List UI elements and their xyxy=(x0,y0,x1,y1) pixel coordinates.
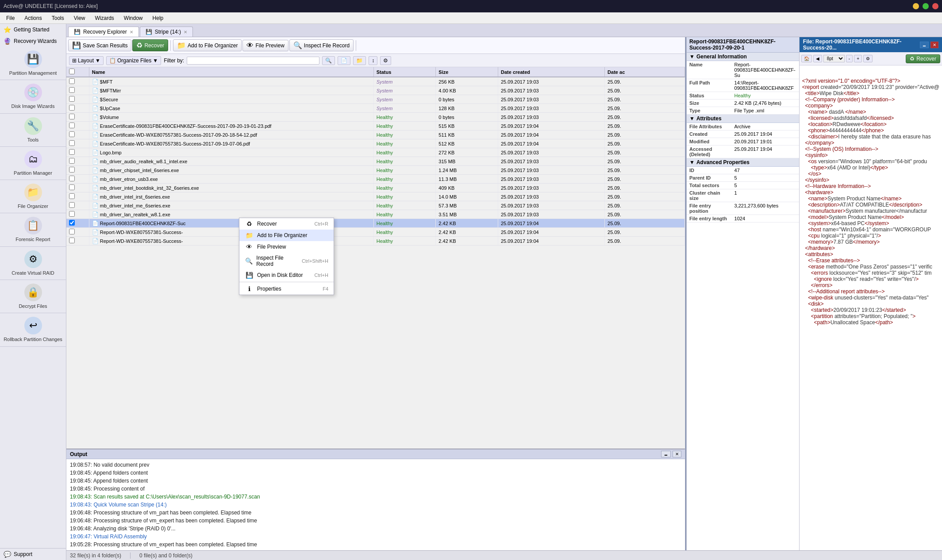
col-size-header[interactable]: Size xyxy=(436,67,498,77)
table-row[interactable]: 📄 $MFTMirr System 4.00 KB 25.09.2017 19:… xyxy=(66,86,685,95)
context-menu-add-organizer[interactable]: 📁 Add to File Organizer xyxy=(239,230,334,241)
menu-wizards[interactable]: Wizards xyxy=(91,14,119,22)
col-name-header[interactable]: Name xyxy=(89,67,373,77)
row-checkbox[interactable] xyxy=(69,193,75,199)
layout-button[interactable]: ⊞ Layout ▼ xyxy=(69,56,104,65)
filter-action-3[interactable]: ↕ xyxy=(369,56,377,65)
sidebar-item-rollback-partition[interactable]: ↩ Rollback Partition Changes xyxy=(0,313,66,346)
sidebar-item-create-virtual-raid[interactable]: ⚙ Create Virtual RAID xyxy=(0,247,66,280)
table-row[interactable]: 📄 mb_driver_etron_usb3.exe Healthy 11.3 … xyxy=(66,175,685,184)
row-checkbox[interactable] xyxy=(69,202,75,208)
sidebar-item-decrypt-files[interactable]: 🔒 Decrypt Files xyxy=(0,280,66,313)
xml-zoom-in-button[interactable]: + xyxy=(854,55,862,62)
row-checkbox[interactable] xyxy=(69,105,75,111)
table-row[interactable]: 📄 mb_driver_intel_irst_6series.exe Healt… xyxy=(66,192,685,201)
table-row[interactable]: 📄 $MFT System 256 KB 25.09.2017 19:03 25… xyxy=(66,77,685,86)
output-content[interactable]: 19:08:57: No valid document prev 19:08:4… xyxy=(66,459,685,550)
output-minimize-button[interactable]: 🗕 xyxy=(661,451,671,457)
col-status-header[interactable]: Status xyxy=(373,67,436,77)
filter-search-button[interactable]: 🔍 xyxy=(322,56,335,65)
xml-home-button[interactable]: 🏠 xyxy=(801,55,812,62)
table-row[interactable]: 📄 mb_driver_intel_me_6series.exe Healthy… xyxy=(66,201,685,210)
table-row[interactable]: 📄 $UpCase System 128 KB 25.09.2017 19:03… xyxy=(66,104,685,113)
maximize-button[interactable] xyxy=(923,3,929,9)
sidebar-item-partition-management[interactable]: 💾 Partition Management xyxy=(0,47,66,80)
tab-close-recovery-explorer[interactable]: ✕ xyxy=(130,30,133,35)
xml-settings-button[interactable]: ⚙ xyxy=(863,55,873,62)
table-row[interactable]: 📄 $Secure System 0 bytes 25.09.2017 19:0… xyxy=(66,95,685,104)
table-row[interactable]: 📄 Logo.bmp Healthy 272 KB 25.09.2017 19:… xyxy=(66,148,685,157)
xml-zoom-out-button[interactable]: - xyxy=(846,55,853,62)
context-menu-disk-editor[interactable]: 💾 Open in Disk Editor Ctrl+H xyxy=(239,269,334,281)
table-row[interactable]: 📄 Report-090831FBE400CEHNK8ZF-Suc Health… xyxy=(66,219,685,228)
attributes-section[interactable]: ▼ Attributes xyxy=(687,115,799,123)
sidebar-item-getting-started[interactable]: ⭐ Getting Started xyxy=(0,24,66,35)
inspect-file-record-button[interactable]: 🔍 Inspect File Record xyxy=(289,39,354,51)
xml-font-size-select[interactable]: 8pt 10pt 12pt xyxy=(823,55,845,62)
general-info-section[interactable]: ▼ General Information xyxy=(687,53,799,61)
table-row[interactable]: 📄 mb_driver_chipset_intel_6series.exe He… xyxy=(66,166,685,175)
row-checkbox[interactable] xyxy=(69,114,75,119)
recover-button[interactable]: ♻ Recover xyxy=(132,39,168,51)
row-checkbox[interactable] xyxy=(69,158,75,164)
row-checkbox[interactable] xyxy=(69,131,75,137)
table-row[interactable]: 📄 EraseCertificate-090831FBE400CEHNK8ZF-… xyxy=(66,122,685,130)
add-to-file-organizer-button[interactable]: 📁 Add to File Organizer xyxy=(173,39,242,51)
table-row[interactable]: 📄 Report-WD-WXE807557381-Success- Health… xyxy=(66,237,685,245)
advanced-section[interactable]: ▼ Advanced Properties xyxy=(687,158,799,167)
row-checkbox[interactable] xyxy=(69,140,75,146)
menu-tools[interactable]: Tools xyxy=(47,14,69,22)
filter-action-4[interactable]: ⚙ xyxy=(380,56,391,65)
xml-minimize-button[interactable]: 🗕 xyxy=(920,42,929,48)
row-checkbox[interactable] xyxy=(69,238,75,243)
table-row[interactable]: 📄 EraseCertificate-WD-WXE807557381-Succe… xyxy=(66,139,685,148)
menu-file[interactable]: File xyxy=(2,14,19,22)
tab-close-stripe[interactable]: ✕ xyxy=(184,30,187,35)
row-checkbox[interactable] xyxy=(69,123,75,128)
file-preview-button[interactable]: 👁 File Preview xyxy=(242,40,288,51)
table-row[interactable]: 📄 mb_driver_intel_bootdisk_irst_32_6seri… xyxy=(66,184,685,192)
table-row[interactable]: 📄 EraseCertificate-WD-WXE807557381-Succe… xyxy=(66,130,685,139)
context-menu-file-preview[interactable]: 👁 File Preview xyxy=(239,241,334,253)
filter-action-2[interactable]: 📁 xyxy=(353,56,366,65)
row-checkbox[interactable] xyxy=(69,149,75,155)
row-checkbox[interactable] xyxy=(69,78,75,84)
row-checkbox[interactable] xyxy=(69,211,75,217)
filter-action-1[interactable]: 📄 xyxy=(338,56,350,65)
organize-files-button[interactable]: 📋 Organize Files ▼ xyxy=(106,56,161,65)
file-list-scroll[interactable]: Name Status Size Date created Date ac 📄 … xyxy=(66,67,685,449)
row-checkbox[interactable] xyxy=(69,176,75,181)
menu-actions[interactable]: Actions xyxy=(20,14,46,22)
col-checkbox[interactable] xyxy=(66,67,89,77)
sidebar-item-partition-manager[interactable]: 🗂 Partition Manager xyxy=(0,147,66,180)
filter-input[interactable] xyxy=(187,57,319,65)
sidebar-item-support[interactable]: 💬 Support xyxy=(0,548,66,560)
xml-back-button[interactable]: ◀ xyxy=(813,55,822,62)
row-checkbox[interactable] xyxy=(69,87,75,93)
properties-scroll[interactable]: ▼ General Information Name Report-090831… xyxy=(687,53,799,550)
xml-content[interactable]: <?xml version="1.0" encoding="UTF-8"?><r… xyxy=(800,65,942,550)
menu-window[interactable]: Window xyxy=(119,14,147,22)
xml-close-button[interactable]: ✕ xyxy=(930,42,938,48)
row-checkbox[interactable] xyxy=(69,167,75,173)
row-checkbox[interactable] xyxy=(69,184,75,190)
context-menu-properties[interactable]: ℹ Properties F4 xyxy=(239,283,334,295)
table-row[interactable]: 📄 mb_driver_audio_realtek_w8.1_intel.exe… xyxy=(66,157,685,166)
context-menu-inspect[interactable]: 🔍 Inspect File Record Ctrl+Shift+H xyxy=(239,253,334,269)
col-created-header[interactable]: Date created xyxy=(498,67,605,77)
row-checkbox[interactable] xyxy=(69,220,75,226)
output-close-button[interactable]: ✕ xyxy=(673,451,681,457)
col-modified-header[interactable]: Date ac xyxy=(605,67,685,77)
xml-recover-button[interactable]: ♻ Recover xyxy=(906,54,940,63)
menu-view[interactable]: View xyxy=(69,14,90,22)
menu-help[interactable]: Help xyxy=(148,14,168,22)
table-row[interactable]: 📄 mb_driver_lan_realtek_w8.1.exe Healthy… xyxy=(66,210,685,219)
save-scan-results-button[interactable]: 💾 Save Scan Results xyxy=(68,39,131,51)
context-menu-recover[interactable]: ♻ Recover Ctrl+R xyxy=(239,218,334,230)
tab-stripe[interactable]: 💾 Stripe (14:) ✕ xyxy=(140,27,193,37)
row-checkbox[interactable] xyxy=(69,96,75,102)
close-button[interactable] xyxy=(932,3,938,9)
minimize-button[interactable] xyxy=(913,3,919,9)
row-checkbox[interactable] xyxy=(69,229,75,234)
select-all-checkbox[interactable] xyxy=(69,69,75,74)
